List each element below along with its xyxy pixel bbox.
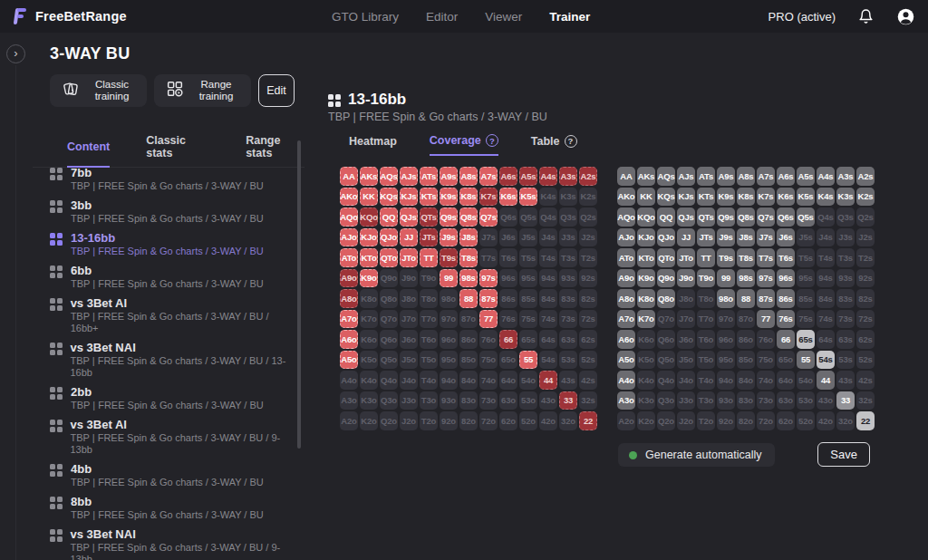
hand-cell-Q9o[interactable]: Q9o [657,269,675,288]
hand-cell-Q6o[interactable]: Q6o [657,330,675,349]
hand-cell-43s[interactable]: 43s [559,371,577,390]
hand-cell-K7s[interactable]: K7s [757,188,775,207]
hand-cell-A4o[interactable]: A4o [617,371,635,390]
hand-cell-J6s[interactable]: J6s [777,228,795,247]
hand-cell-Q3o[interactable]: Q3o [657,391,675,410]
hand-cell-QTs[interactable]: QTs [697,208,715,227]
hand-cell-AJo[interactable]: AJo [340,228,358,247]
hand-cell-T2s[interactable]: T2s [856,248,875,267]
hand-cell-J9s[interactable]: J9s [717,228,735,247]
hand-cell-J2s[interactable]: J2s [579,228,597,247]
hand-cell-KQs[interactable]: KQs [657,188,675,207]
hand-cell-K4s[interactable]: K4s [539,188,557,207]
hand-cell-J7s[interactable]: J7s [479,228,498,247]
hand-cell-T5s[interactable]: T5s [797,248,815,267]
nav-editor[interactable]: Editor [426,10,458,24]
hand-cell-63o[interactable]: 63o [777,391,795,410]
hand-cell-65o[interactable]: 65o [499,351,517,370]
hand-cell-65s[interactable]: 65s [519,330,537,349]
hand-cell-A7o[interactable]: A7o [340,310,358,329]
hand-cell-T2o[interactable]: T2o [420,411,438,430]
classic-training-button[interactable]: Classic training [50,74,147,107]
hand-cell-95o[interactable]: 95o [440,351,458,370]
hand-cell-Q2o[interactable]: Q2o [380,411,398,430]
hand-cell-A6s[interactable]: A6s [777,167,795,186]
hand-cell-33[interactable]: 33 [559,391,577,410]
hand-cell-K5o[interactable]: K5o [637,351,655,370]
hand-cell-85s[interactable]: 85s [519,289,537,308]
hand-cell-K8o[interactable]: K8o [637,289,655,308]
hand-cell-J7o[interactable]: J7o [400,310,418,329]
nav-viewer[interactable]: Viewer [485,10,522,24]
hand-cell-72o[interactable]: 72o [757,411,775,430]
hand-cell-T9s[interactable]: T9s [717,248,735,267]
hand-cell-KJs[interactable]: KJs [677,188,695,207]
hand-cell-J6o[interactable]: J6o [400,330,418,349]
hand-cell-62s[interactable]: 62s [856,330,875,349]
hand-cell-A4s[interactable]: A4s [539,167,557,186]
hand-cell-54o[interactable]: 54o [797,371,815,390]
hand-cell-JTo[interactable]: JTo [677,248,695,267]
hand-cell-84o[interactable]: 84o [737,371,755,390]
hand-cell-32s[interactable]: 32s [856,391,875,410]
edit-button[interactable]: Edit [258,74,295,107]
tab-classic-stats[interactable]: Classic stats [146,134,209,167]
hand-cell-Q6s[interactable]: Q6s [499,208,517,227]
hand-cell-TT[interactable]: TT [697,248,715,267]
hand-cell-J6s[interactable]: J6s [499,228,517,247]
hand-cell-T7o[interactable]: T7o [420,310,438,329]
list-item[interactable]: vs 3Bet AI TBP | FREE Spin & Go charts /… [50,296,294,334]
hand-cell-82o[interactable]: 82o [459,411,478,430]
hand-cell-KTo[interactable]: KTo [360,248,378,267]
hand-cell-42s[interactable]: 42s [856,371,875,390]
hand-cell-53o[interactable]: 53o [519,391,537,410]
hand-cell-Q5s[interactable]: Q5s [797,208,815,227]
hand-cell-55[interactable]: 55 [797,351,815,370]
hand-cell-KJo[interactable]: KJo [360,228,378,247]
hand-cell-JTo[interactable]: JTo [400,248,418,267]
hand-cell-QQ[interactable]: QQ [380,208,398,227]
hand-cell-73s[interactable]: 73s [559,310,577,329]
hand-cell-Q5o[interactable]: Q5o [657,351,675,370]
notifications-bell-icon[interactable] [856,6,875,26]
hand-cell-Q4s[interactable]: Q4s [817,208,835,227]
hand-cell-95s[interactable]: 95s [797,269,815,288]
hand-cell-32o[interactable]: 32o [559,411,577,430]
hand-cell-A3s[interactable]: A3s [559,167,577,186]
hand-cell-T7o[interactable]: T7o [697,310,715,329]
hand-cell-87s[interactable]: 87s [757,289,775,308]
hand-cell-Q5s[interactable]: Q5s [519,208,537,227]
list-item[interactable]: 4bb TBP | FREE Spin & Go charts / 3-WAY … [50,462,294,488]
hand-cell-KQo[interactable]: KQo [637,208,655,227]
hand-cell-Q7o[interactable]: Q7o [380,310,398,329]
list-item[interactable]: 3bb TBP | FREE Spin & Go charts / 3-WAY … [50,198,294,225]
hand-cell-86o[interactable]: 86o [737,330,755,349]
hand-cell-JTs[interactable]: JTs [420,228,438,247]
hand-cell-ATs[interactable]: ATs [420,167,438,186]
hand-cell-42s[interactable]: 42s [579,371,597,390]
hand-cell-Q8o[interactable]: Q8o [657,289,675,308]
list-item[interactable]: vs 3Bet NAI TBP | FREE Spin & Go charts … [50,341,294,379]
hand-cell-99[interactable]: 99 [717,269,735,288]
list-item[interactable]: 2bb TBP | FREE Spin & Go charts / 3-WAY … [50,385,294,411]
hand-cell-K2o[interactable]: K2o [637,411,655,430]
hand-cell-Q8o[interactable]: Q8o [380,289,398,308]
hand-cell-K8o[interactable]: K8o [360,289,378,308]
hand-cell-K3s[interactable]: K3s [836,188,855,207]
hand-cell-T4o[interactable]: T4o [420,371,438,390]
hand-cell-Q8s[interactable]: Q8s [737,208,755,227]
hand-cell-QTo[interactable]: QTo [380,248,398,267]
hand-cell-94o[interactable]: 94o [717,371,735,390]
hand-cell-J3o[interactable]: J3o [677,391,695,410]
hand-cell-T5o[interactable]: T5o [697,351,715,370]
hand-cell-A3s[interactable]: A3s [836,167,855,186]
hand-cell-T3s[interactable]: T3s [836,248,855,267]
hand-cell-T3s[interactable]: T3s [559,248,577,267]
hand-cell-74o[interactable]: 74o [757,371,775,390]
hand-cell-A3o[interactable]: A3o [617,391,635,410]
hand-cell-22[interactable]: 22 [579,411,597,430]
hand-cell-K4o[interactable]: K4o [360,371,378,390]
hand-cell-J8s[interactable]: J8s [737,228,755,247]
hand-cell-AJs[interactable]: AJs [400,167,418,186]
hand-cell-AA[interactable]: AA [340,167,358,186]
